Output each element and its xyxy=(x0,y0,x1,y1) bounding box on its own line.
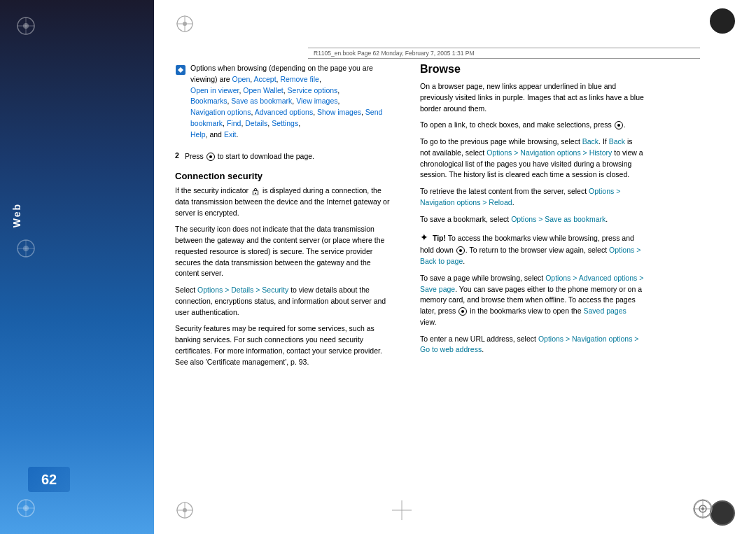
browse-title: Browse xyxy=(420,63,644,76)
link-service-options[interactable]: Service options xyxy=(288,86,338,94)
link-help[interactable]: Help xyxy=(190,130,206,139)
crosshair-bl xyxy=(175,500,195,520)
connection-security-title: Connection security xyxy=(175,171,392,181)
tip-text: ✦ Tip! To access the bookmarks view whil… xyxy=(420,230,644,267)
connection-security-section: Connection security If the security indi… xyxy=(175,171,392,367)
link-settings[interactable]: Settings xyxy=(272,119,298,127)
sidebar-reg-bot xyxy=(15,498,36,519)
link-back2[interactable]: Back xyxy=(609,137,625,146)
cs-para3: Select Options > Details > Security to v… xyxy=(175,285,392,318)
link-show-images[interactable]: Show images xyxy=(317,108,361,116)
link-back[interactable]: Back xyxy=(582,137,598,146)
header-bar: R1105_en.book Page 62 Monday, February 7… xyxy=(308,48,700,59)
step-2-text: Press to start to download the page. xyxy=(185,151,314,162)
link-details[interactable]: Details xyxy=(245,119,267,127)
reg-circle-tr xyxy=(710,8,735,34)
main-content: R1105_en.book Page 62 Monday, February 7… xyxy=(154,0,756,534)
left-column: Options when browsing (depending on the … xyxy=(175,63,392,373)
crosshair-br2 xyxy=(692,498,714,520)
link-nav-reload[interactable]: Options > Navigation options > Reload xyxy=(420,187,620,206)
link-options-details-security[interactable]: Options > Details > Security xyxy=(197,286,288,294)
cs-para2: The security icon does not indicate that… xyxy=(175,224,392,279)
link-back-to-page[interactable]: Options > Back to page xyxy=(420,246,640,265)
link-find[interactable]: Find xyxy=(227,119,241,127)
browse-para4: To retrieve the latest content from the … xyxy=(420,186,644,209)
crosshair-bc xyxy=(392,500,412,520)
link-nav-options[interactable]: Navigation options xyxy=(190,108,251,116)
right-column: Browse On a browser page, new links appe… xyxy=(420,63,644,361)
browse-para1: On a browser page, new links appear unde… xyxy=(420,81,644,114)
crosshair-tl xyxy=(175,14,195,34)
pages-key-icon xyxy=(458,307,467,316)
left-sidebar: Web 62 xyxy=(0,0,154,534)
link-exit[interactable]: Exit xyxy=(224,130,237,139)
browse-para7: To enter a new URL address, select Optio… xyxy=(420,334,644,356)
browse-para6: To save a page while browsing, select Op… xyxy=(420,273,644,328)
page-number-box: 62 xyxy=(28,467,70,492)
hold-key-icon xyxy=(456,246,465,255)
sidebar-reg-top xyxy=(15,15,36,36)
link-save-page[interactable]: Options > Advanced options > Save page xyxy=(420,274,643,293)
link-accept[interactable]: Accept xyxy=(253,75,276,83)
link-save-bookmark[interactable]: Save as bookmark xyxy=(231,97,292,105)
web-label: Web xyxy=(11,203,22,227)
cs-para1: If the security indicator is displayed d… xyxy=(175,185,392,218)
step-2: 2 Press to start to download the page. xyxy=(175,151,392,162)
scroll-key-icon xyxy=(206,153,215,161)
link-remove-file[interactable]: Remove file xyxy=(280,75,318,83)
link-bookmarks[interactable]: Bookmarks xyxy=(190,97,227,105)
header-text: R1105_en.book Page 62 Monday, February 7… xyxy=(314,50,475,57)
sidebar-reg-mid xyxy=(15,238,36,259)
link-save-as-bookmark[interactable]: Options > Save as bookmark xyxy=(511,215,606,223)
intro-section: Options when browsing (depending on the … xyxy=(175,63,392,146)
select-key-icon xyxy=(615,121,623,129)
link-open-viewer[interactable]: Open in viewer xyxy=(190,86,239,94)
svg-point-31 xyxy=(255,192,256,194)
link-saved-pages[interactable]: Saved pages xyxy=(583,307,626,315)
link-view-images[interactable]: View images xyxy=(296,97,337,105)
link-nav-history[interactable]: Options > Navigation options > History xyxy=(486,148,612,157)
link-open[interactable]: Open xyxy=(232,75,251,83)
page-number: 62 xyxy=(41,472,57,488)
link-go-to-web[interactable]: Options > Navigation options > Go to web… xyxy=(420,335,638,354)
link-open-wallet[interactable]: Open Wallet xyxy=(243,86,283,94)
lock-icon xyxy=(252,188,259,195)
tip-sparkle-icon: ✦ xyxy=(420,230,428,245)
link-advanced-options[interactable]: Advanced options xyxy=(255,108,313,116)
page-container: Web 62 R1105_en.book Page 62 Monday, Feb… xyxy=(0,0,756,534)
step-number: 2 xyxy=(175,151,185,162)
cs-para4: Security features may be required for so… xyxy=(175,323,392,367)
browse-para2: To open a link, to check boxes, and make… xyxy=(420,120,644,131)
browse-para5: To save a bookmark, select Options > Sav… xyxy=(420,214,644,225)
intro-text: Options when browsing (depending on the … xyxy=(190,63,392,140)
tip-section: ✦ Tip! To access the bookmarks view whil… xyxy=(420,230,644,267)
bullet-icon xyxy=(175,64,186,146)
browse-para3: To go to the previous page while browsin… xyxy=(420,136,644,181)
tip-label: Tip! xyxy=(433,234,446,242)
